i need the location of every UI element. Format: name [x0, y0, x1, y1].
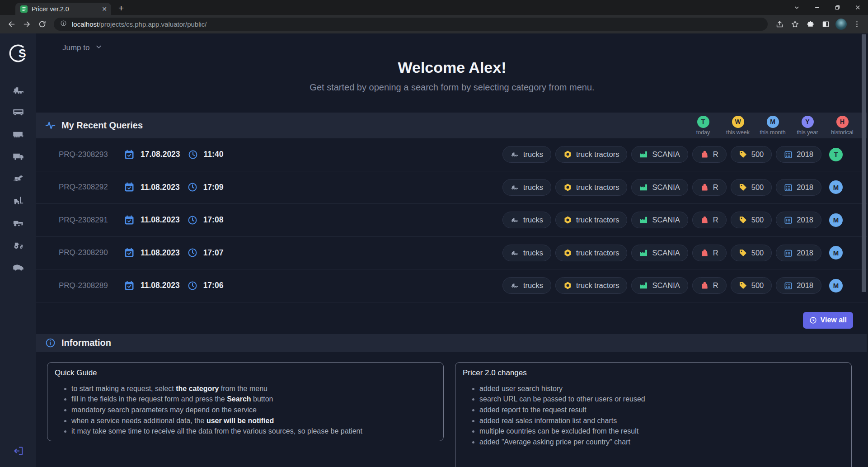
badge-500[interactable]: 500 [731, 146, 772, 163]
badge-r[interactable]: R [692, 245, 727, 261]
quick-guide-list: to start making a request, select the ca… [55, 383, 436, 437]
badge-label: 500 [751, 216, 764, 224]
badge-500[interactable]: 500 [731, 212, 772, 228]
badge-label: 500 [751, 183, 764, 192]
sidebar-item-buses[interactable] [12, 101, 24, 123]
page-title: Welcome Alex! [36, 59, 868, 76]
kebab-menu-icon[interactable] [849, 17, 864, 32]
bullet-item: added report to the request result [479, 405, 844, 415]
badge-r[interactable]: R [692, 146, 727, 163]
sidebar-item-truck-tractors[interactable] [12, 79, 24, 101]
query-id: PRQ-2308292 [59, 183, 112, 192]
badge-2018[interactable]: 2018 [776, 245, 821, 261]
badge-trucks[interactable]: trucks [502, 146, 551, 163]
badge-r[interactable]: R [692, 277, 727, 294]
badge-scania[interactable]: SCANIA [631, 179, 688, 196]
badge-2018[interactable]: 2018 [776, 179, 821, 196]
badge-trucks[interactable]: trucks [502, 212, 551, 228]
sidebar-item-forklifts[interactable] [12, 190, 24, 212]
badge-trucks[interactable]: trucks [502, 277, 551, 294]
jump-to-label: Jump to [62, 43, 89, 52]
badge-scania[interactable]: SCANIA [631, 146, 688, 163]
new-tab-button[interactable]: + [118, 4, 124, 13]
badge-scania[interactable]: SCANIA [631, 212, 688, 228]
legend-this-year[interactable]: Y this year [794, 116, 821, 136]
sidebar-item-harvesters[interactable] [12, 212, 24, 234]
badge-2018[interactable]: 2018 [776, 212, 821, 228]
badge-label: R [713, 281, 718, 290]
app-logo[interactable]: S [8, 43, 28, 64]
badge-500[interactable]: 500 [731, 179, 772, 196]
badge-scania[interactable]: SCANIA [631, 245, 688, 261]
browser-menu-chevron-icon[interactable] [787, 0, 807, 15]
clock-icon [188, 248, 197, 258]
query-row[interactable]: PRQ-2308290 11.08.2023 17:07 trucks truc… [36, 237, 868, 270]
badge-truck-tractors[interactable]: truck tractors [555, 179, 627, 196]
window-close-icon[interactable] [848, 0, 868, 15]
changes-panel: Pricer 2.0 changes added user search his… [455, 362, 852, 467]
forward-icon[interactable] [19, 17, 34, 32]
view-all-row: View all [36, 302, 868, 329]
semi-trailer-icon [12, 128, 24, 141]
extensions-puzzle-icon[interactable] [803, 17, 817, 32]
window-controls [787, 0, 868, 15]
legend-this-week[interactable]: W this week [725, 116, 751, 136]
badge-truck-tractors[interactable]: truck tractors [555, 245, 627, 261]
scrollbar-thumb[interactable] [862, 34, 866, 292]
window-restore-icon[interactable] [827, 0, 848, 15]
badge-truck-tractors[interactable]: truck tractors [555, 277, 627, 294]
badge-2018[interactable]: 2018 [776, 146, 821, 163]
legend-circle: T [697, 116, 709, 128]
legend-today[interactable]: T today [690, 116, 716, 136]
sidebar-item-excavators[interactable] [12, 168, 24, 190]
sidebar-item-trucks[interactable] [12, 146, 24, 168]
badge-500[interactable]: 500 [731, 277, 772, 294]
side-panel-icon[interactable] [818, 17, 833, 32]
query-id: PRQ-2308293 [59, 150, 112, 159]
browser-tab[interactable]: Pricer ver.2.0 ✕ [15, 3, 111, 15]
profile-avatar[interactable] [835, 19, 847, 30]
query-row[interactable]: PRQ-2308291 11.08.2023 17:08 trucks truc… [36, 204, 868, 237]
jump-to-dropdown[interactable]: Jump to [62, 43, 102, 52]
query-row[interactable]: PRQ-2308289 11.08.2023 17:06 trucks truc… [36, 269, 868, 302]
badge-r[interactable]: R [692, 212, 727, 228]
badge-label: SCANIA [652, 183, 680, 192]
bookmark-star-icon[interactable] [788, 17, 802, 32]
site-info-icon[interactable] [60, 20, 67, 28]
query-date: 11.08.2023 [141, 281, 180, 290]
badge-2018[interactable]: 2018 [776, 277, 821, 294]
badge-label: truck tractors [576, 249, 619, 257]
window-minimize-icon[interactable] [807, 0, 827, 15]
logout-button[interactable] [0, 446, 36, 458]
legend-this-month[interactable]: M this month [760, 116, 786, 136]
factory-icon [639, 183, 648, 192]
badge-r[interactable]: R [692, 179, 727, 196]
legend-historical[interactable]: H historical [829, 116, 855, 136]
badge-truck-tractors[interactable]: truck tractors [555, 212, 627, 228]
badge-500[interactable]: 500 [731, 245, 772, 261]
badge-trucks[interactable]: trucks [502, 179, 551, 196]
query-row[interactable]: PRQ-2308292 11.08.2023 17:09 trucks truc… [36, 171, 868, 204]
legend-label: this month [760, 129, 786, 136]
reload-icon[interactable] [35, 17, 49, 32]
tab-close-icon[interactable]: ✕ [102, 6, 107, 12]
sidebar-item-semi-trailers[interactable] [12, 123, 24, 146]
back-icon[interactable] [4, 17, 19, 32]
badge-truck-tractors[interactable]: truck tractors [555, 146, 627, 163]
user-avatar: M [829, 246, 843, 259]
badge-scania[interactable]: SCANIA [631, 277, 688, 294]
badge-trucks[interactable]: trucks [502, 245, 551, 261]
query-date: 11.08.2023 [141, 215, 180, 225]
legend-label: this week [726, 129, 750, 136]
user-avatar: M [829, 213, 843, 227]
view-all-button[interactable]: View all [803, 312, 853, 329]
share-icon[interactable] [772, 17, 787, 32]
sidebar-item-vans[interactable] [12, 256, 24, 278]
url-bar[interactable]: localhost/projects/cs.php.app.valuator/p… [54, 18, 768, 31]
legend-label: this year [797, 129, 818, 136]
panel-title: Quick Guide [55, 368, 436, 377]
sidebar-item-tractors[interactable] [12, 234, 24, 256]
tag-icon [739, 249, 747, 257]
query-row[interactable]: PRQ-2308293 17.08.2023 11:40 trucks truc… [36, 138, 868, 171]
calendar-grid-icon [784, 281, 793, 290]
